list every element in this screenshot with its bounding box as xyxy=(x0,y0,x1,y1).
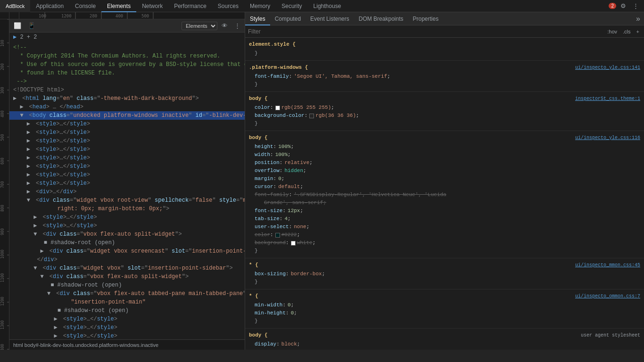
style-rule-star-boxsizing: * { ui/inspecto_mmon.css:45 box-sizing: … xyxy=(245,258,644,289)
prop-line-strikethrough: color: #0222 ; xyxy=(245,231,644,239)
color-swatch[interactable] xyxy=(291,241,296,246)
dom-line[interactable]: ▶ <style>…</style> xyxy=(9,332,245,339)
dom-line[interactable]: ■ #shadow-root (open) xyxy=(9,281,245,289)
svg-text:800: 800 xyxy=(0,205,5,212)
dom-line: "insertion-point-main" xyxy=(9,298,245,306)
tab-application[interactable]: Application xyxy=(30,0,69,12)
rule-source[interactable]: ui/inspecto_yle.css:116 xyxy=(575,134,640,142)
dom-line[interactable]: ▶ <style>…</style> xyxy=(9,222,245,230)
color-swatch[interactable] xyxy=(275,233,280,238)
dom-line[interactable]: ▶ <div class="widget vbox screencast" sl… xyxy=(9,247,245,255)
dom-line-body[interactable]: ▼ <body class="undocked platform-windows… xyxy=(9,111,245,120)
tab-lighthouse[interactable]: Lighthouse xyxy=(308,0,347,12)
rule-selector[interactable]: body { xyxy=(249,134,268,142)
rule-header: .platform-windows { ui/inspecto_yle.css:… xyxy=(245,63,644,73)
style-rule-star-min: * { ui/inspecto_ommon.css:7 min-width: 0… xyxy=(245,289,644,329)
styles-tab-computed[interactable]: Computed xyxy=(270,12,305,25)
rule-source[interactable]: inspectorSt_css.theme:1 xyxy=(575,95,640,103)
dom-line[interactable]: ▶ <style>…</style> xyxy=(9,137,245,145)
add-style-button[interactable]: + xyxy=(635,28,641,35)
tab-performance[interactable]: Performance xyxy=(168,0,212,12)
tab-elements[interactable]: Elements xyxy=(101,0,136,12)
prop-line: position: relative ; xyxy=(245,159,644,167)
dom-line[interactable]: ▶ <style>…</style> xyxy=(9,128,245,137)
tab-security[interactable]: Security xyxy=(276,0,307,12)
svg-text:1400: 1400 xyxy=(0,344,5,350)
device-toolbar-button[interactable]: 📱 xyxy=(25,21,38,30)
styles-tab-dom-breakpoints[interactable]: DOM Breakpoints xyxy=(354,12,408,25)
dom-line: --> xyxy=(9,77,245,86)
rule-selector[interactable]: * { xyxy=(249,261,258,269)
style-rule-body-theme: body { inspectorSt_css.theme:1 color : r… xyxy=(245,92,644,131)
rule-selector[interactable]: element.style { xyxy=(249,41,296,49)
dom-line[interactable]: ▶ <style>…</style> xyxy=(9,171,245,179)
rule-source[interactable]: ui/inspecto_mmon.css:45 xyxy=(575,261,640,269)
tab-console[interactable]: Console xyxy=(69,0,101,12)
dom-line[interactable]: ▼ <div class="widget vbox root-view" spe… xyxy=(9,196,245,205)
dom-line[interactable]: ▶ <html lang="en" class="-theme-with-dar… xyxy=(9,94,245,103)
dom-line[interactable]: ▶ <style>…</style> xyxy=(9,213,245,222)
more-tools-button[interactable]: ⋮ xyxy=(630,2,641,10)
error-count-badge: 2 xyxy=(609,3,616,9)
rule-selector[interactable]: body { xyxy=(249,95,268,103)
element-select[interactable]: Elements xyxy=(182,22,217,30)
style-rule-platform-windows: .platform-windows { ui/inspecto_yle.css:… xyxy=(245,61,644,92)
dom-line[interactable]: ▶ <head> … </head> xyxy=(9,103,245,111)
cls-button[interactable]: .cls xyxy=(621,28,633,35)
prop-line: color : rgb(255 255 255) ; xyxy=(245,104,644,112)
dom-line[interactable]: ■ #shadow-root (open) xyxy=(9,239,245,247)
prop-line: font-family : 'Segoe UI', Tahoma, sans-s… xyxy=(245,73,644,81)
dom-line[interactable]: ▶ <style>…</style> xyxy=(9,154,245,162)
styles-tab-event-listeners[interactable]: Event Listeners xyxy=(305,12,354,25)
dom-line[interactable]: ▶ <style>…</style> xyxy=(9,179,245,188)
dom-line[interactable]: ▶ <style>…</style> xyxy=(9,145,245,154)
styles-tab-styles[interactable]: Styles xyxy=(245,12,270,25)
styles-tab-more[interactable]: » xyxy=(632,15,644,23)
dom-line[interactable]: ▶ <style>…</style> xyxy=(9,315,245,323)
tab-adblock[interactable]: AdBlock xyxy=(0,0,30,12)
tab-sources[interactable]: Sources xyxy=(212,0,244,12)
more-options-button[interactable]: ⋮ xyxy=(232,21,243,30)
prop-line: user-select: none ; xyxy=(245,223,644,231)
prop-line: margin: 0 ; xyxy=(245,175,644,183)
rule-header: body { ui/inspecto_yle.css:116 xyxy=(245,133,644,143)
inspect-button[interactable]: ⬜ xyxy=(11,21,24,30)
hov-button[interactable]: :hov xyxy=(605,28,619,35)
color-swatch[interactable] xyxy=(275,106,280,110)
settings-button[interactable]: ⚙ xyxy=(618,2,628,10)
prop-line-strikethrough: margin: 8px ; xyxy=(245,348,644,350)
svg-text:1100: 1100 xyxy=(0,273,5,282)
rule-header: * { ui/inspecto_mmon.css:45 xyxy=(245,260,644,270)
expr-text: 2 + 2 xyxy=(20,34,37,41)
dom-line[interactable]: ▼ <div class="vbox flex-auto tabbed-pane… xyxy=(9,289,245,298)
dom-line[interactable]: ▶ <div>…</div> xyxy=(9,188,245,196)
tab-network[interactable]: Network xyxy=(136,0,168,12)
prop-line: min-width: 0 ; xyxy=(245,301,644,309)
svg-text:900: 900 xyxy=(0,228,5,235)
dom-content[interactable]: <!-- * Copyright 2014 The Chromium Autho… xyxy=(9,41,245,339)
rule-source[interactable]: ui/inspecto_ommon.css:7 xyxy=(575,292,640,300)
dom-line[interactable]: ▼ <div class="vbox flex-auto split-widge… xyxy=(9,230,245,239)
styles-tab-properties[interactable]: Properties xyxy=(408,12,443,25)
dom-toolbar: ⬜ 📱 Elements 👁 ⋮ xyxy=(9,19,245,33)
svg-text:300: 300 xyxy=(0,87,5,94)
dom-line[interactable]: ▶ <style>…</style> xyxy=(9,162,245,171)
rule-selector[interactable]: body { xyxy=(249,331,268,339)
dom-line[interactable]: ■ #shadow-root (open) xyxy=(9,306,245,315)
tab-memory[interactable]: Memory xyxy=(244,0,276,12)
rule-selector[interactable]: * { xyxy=(249,292,258,300)
svg-text:100: 100 xyxy=(39,14,46,18)
dom-line[interactable]: ▼ <div class="widget vbox" slot="inserti… xyxy=(9,264,245,272)
filter-input[interactable] xyxy=(248,28,603,35)
color-swatch[interactable] xyxy=(309,114,314,118)
dom-line[interactable]: ▼ <div class="vbox flex-auto split-widge… xyxy=(9,272,245,281)
eye-button[interactable]: 👁 xyxy=(219,21,230,30)
prop-line: font-size: 12px ; xyxy=(245,207,644,215)
dom-line[interactable]: ▶ <style>…</style> xyxy=(9,323,245,332)
rule-selector[interactable]: .platform-windows { xyxy=(249,64,308,72)
styles-content[interactable]: element.style { } .platform-windows { ui… xyxy=(245,38,644,350)
rule-header: * { ui/inspecto_ommon.css:7 xyxy=(245,291,644,301)
rule-source[interactable]: ui/inspecto_yle.css:141 xyxy=(575,64,640,72)
svg-text:500: 500 xyxy=(0,134,5,141)
dom-line[interactable]: ▶ <style>…</style> xyxy=(9,120,245,128)
